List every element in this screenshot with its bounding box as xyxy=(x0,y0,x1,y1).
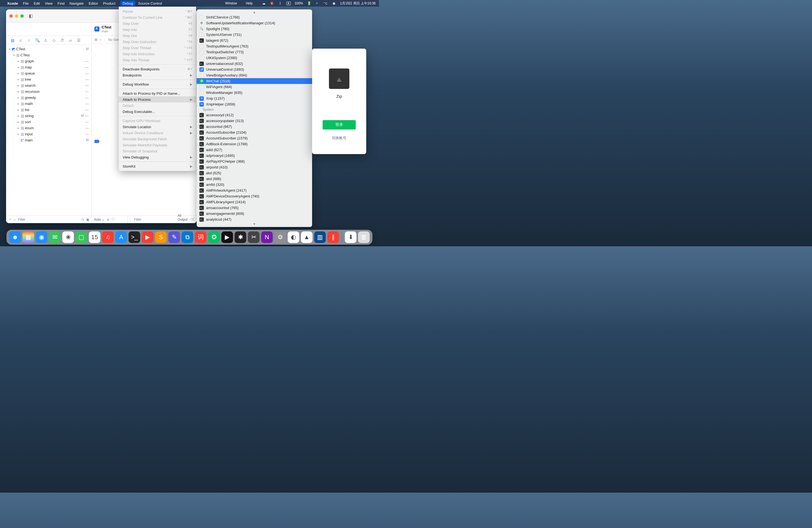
dock-icon-player[interactable]: ▶ xyxy=(221,231,233,243)
info-icon[interactable]: ⓘ xyxy=(112,217,115,222)
menu-help[interactable]: Help xyxy=(246,1,253,5)
process-item[interactable]: >_AMPDeviceDiscoveryAgent (740) xyxy=(197,193,312,199)
process-item[interactable]: ✂XnipHelper (1659) xyxy=(197,101,312,107)
dock-icon-tool1[interactable]: ✎ xyxy=(169,231,180,243)
menu-debug[interactable]: Debug xyxy=(120,1,135,6)
dock-icon-photos[interactable]: ❀ xyxy=(62,231,74,243)
tree-item-list[interactable]: ▸▥list— xyxy=(6,107,91,113)
process-item[interactable]: >_amsengagementd (809) xyxy=(197,211,312,217)
dock-icon-parallels[interactable]: ∥ xyxy=(328,231,339,243)
mute-icon[interactable]: 🔇 xyxy=(270,1,274,5)
dock-icon-finder[interactable]: ☻ xyxy=(10,231,21,243)
disclosure-icon[interactable]: ▸ xyxy=(17,120,20,123)
dock-icon-fcp[interactable]: ✂ xyxy=(248,231,260,243)
process-item[interactable]: ✪WeChat (2518) xyxy=(197,78,312,84)
dock-icon-dict[interactable]: 词 xyxy=(195,231,207,243)
menu-editor[interactable]: Editor xyxy=(89,1,98,5)
scroll-up-arrow[interactable]: ▲ xyxy=(197,11,312,14)
eye-icon[interactable]: ◉ xyxy=(106,218,110,221)
process-item[interactable]: >_AMPArtworkAgent (2417) xyxy=(197,188,312,193)
dock-icon-launchpad[interactable]: ▦ xyxy=(23,231,34,243)
process-item[interactable]: >_airportd (410) xyxy=(197,164,312,170)
clear-console-icon[interactable]: ⌫ xyxy=(190,218,194,221)
app-menu[interactable]: Xcode xyxy=(7,1,18,5)
process-item[interactable]: >_talagent (672) xyxy=(197,38,312,43)
menu-item-attach-to-process-by-pid-or-name-[interactable]: Attach to Process by PID or Name... xyxy=(119,90,196,97)
dock-icon-messages[interactable]: ✉ xyxy=(49,231,61,243)
disclosure-icon[interactable]: ▾ xyxy=(12,54,15,57)
disclosure-icon[interactable]: ▸ xyxy=(17,72,20,75)
menu-find[interactable]: Find xyxy=(57,1,64,5)
process-item[interactable]: ✂Xnip (1157) xyxy=(197,96,312,101)
process-item[interactable]: >_adid (627) xyxy=(197,147,312,153)
tree-item-greedy[interactable]: ▸▥greedy— xyxy=(6,94,91,101)
control-center-icon[interactable]: ⌥ xyxy=(323,1,328,5)
add-button[interactable]: ＋ xyxy=(8,217,12,222)
disclosure-icon[interactable]: ▾ xyxy=(8,47,11,50)
menu-view[interactable]: View xyxy=(45,1,53,5)
process-item[interactable]: >_analyticsd (447) xyxy=(197,217,312,222)
menu-item-deactivate-breakpoints[interactable]: Deactivate Breakpoints⌘Y xyxy=(119,66,196,72)
dock-icon-vscode[interactable]: ⧉ xyxy=(182,231,193,243)
process-item[interactable]: SiriNCService (1766) xyxy=(197,14,312,20)
dock-icon-wechat[interactable]: ✪ xyxy=(208,231,220,243)
tree-item-input[interactable]: ▸▥input— xyxy=(6,131,91,137)
menu-item-storekit[interactable]: StoreKit▶ xyxy=(119,163,196,169)
wechat-switch-account[interactable]: 切换帐号 xyxy=(332,136,346,141)
variables-view-mode[interactable]: Auto ⌄ xyxy=(94,218,104,221)
wechat-login-button[interactable]: 登录 xyxy=(323,120,356,130)
forward-button[interactable]: › xyxy=(104,38,105,42)
scroll-down-arrow[interactable]: ▼ xyxy=(197,222,312,226)
process-item[interactable]: ⇄UniversalControl (1693) xyxy=(197,67,312,72)
find-navigator-icon[interactable]: 🔍 xyxy=(35,38,40,43)
window-zoom-button[interactable] xyxy=(20,14,24,18)
breakpoint-navigator-icon[interactable]: ▱ xyxy=(68,38,73,43)
wifi-icon[interactable]: ᯤ xyxy=(315,1,320,5)
siri-icon[interactable]: ◉ xyxy=(332,1,336,5)
process-item[interactable]: >_accessoryupdater (313) xyxy=(197,118,312,124)
input-source-icon[interactable]: A xyxy=(286,2,291,5)
menu-item-breakpoints[interactable]: Breakpoints▶ xyxy=(119,72,196,78)
project-navigator-icon[interactable]: ▤ xyxy=(10,38,15,43)
process-item[interactable]: ViewBridgeAuxiliary (694) xyxy=(197,72,312,78)
tree-item-main[interactable]: C+mainM xyxy=(6,137,91,143)
menu-file[interactable]: File xyxy=(23,1,29,5)
menu-item-view-debugging[interactable]: View Debugging▶ xyxy=(119,154,196,160)
disclosure-icon[interactable]: ▸ xyxy=(17,66,20,69)
dock-icon-cleanmymac[interactable]: ▲ xyxy=(301,231,313,243)
sidebar-toggle-icon[interactable]: ◧ xyxy=(29,13,33,18)
dock-icon-trash[interactable]: 🗑 xyxy=(358,231,370,243)
bluetooth-icon[interactable]: ᛒ xyxy=(278,1,282,5)
report-navigator-icon[interactable]: ☰ xyxy=(76,38,81,43)
dock-icon-pdf[interactable]: ▶ xyxy=(142,231,154,243)
test-navigator-icon[interactable]: ◇ xyxy=(52,38,56,43)
dock-icon-monitor[interactable]: ▥ xyxy=(314,231,326,243)
menu-item-debug-executable-[interactable]: Debug Executable... xyxy=(119,108,196,115)
scm-filter-icon[interactable]: ▣ xyxy=(86,218,89,221)
process-item[interactable]: >_adprivacyd (1695) xyxy=(197,153,312,159)
process-item[interactable]: >_amsaccountsd (765) xyxy=(197,205,312,211)
scheme-selector[interactable]: CTest main xyxy=(92,25,111,33)
menu-navigate[interactable]: Navigate xyxy=(70,1,84,5)
dock-icon-appstore[interactable]: A xyxy=(115,231,127,243)
window-minimize-button[interactable] xyxy=(15,14,18,18)
process-item[interactable]: >_AdBlock-Extension (1788) xyxy=(197,141,312,147)
disclosure-icon[interactable]: ▸ xyxy=(17,114,20,117)
tree-item-recursion[interactable]: ▸▥recursion— xyxy=(6,88,91,94)
process-item[interactable]: >_amfid (320) xyxy=(197,182,312,188)
process-item[interactable]: >_universalaccessd (632) xyxy=(197,61,312,67)
process-item[interactable]: >_AirPlayXPCHelper (368) xyxy=(197,159,312,164)
tree-item-map[interactable]: ▸▥map— xyxy=(6,64,91,70)
menu-product[interactable]: Product xyxy=(103,1,115,5)
menu-source-control[interactable]: Source Control xyxy=(138,1,162,5)
console-filter-input[interactable] xyxy=(134,218,175,221)
menu-window[interactable]: Window xyxy=(225,1,237,5)
dock-icon-figma[interactable]: ✱ xyxy=(235,231,246,243)
menu-item-simulate-location[interactable]: Simulate Location▶ xyxy=(119,124,196,130)
process-item[interactable]: TextInputSwitcher (773) xyxy=(197,49,312,55)
tree-item-sort[interactable]: ▸▥sort— xyxy=(6,119,91,125)
disclosure-icon[interactable]: ▸ xyxy=(17,96,20,99)
window-close-button[interactable] xyxy=(10,14,13,18)
source-control-navigator-icon[interactable]: ⎌ xyxy=(18,38,23,43)
disclosure-icon[interactable]: ▸ xyxy=(17,102,20,105)
